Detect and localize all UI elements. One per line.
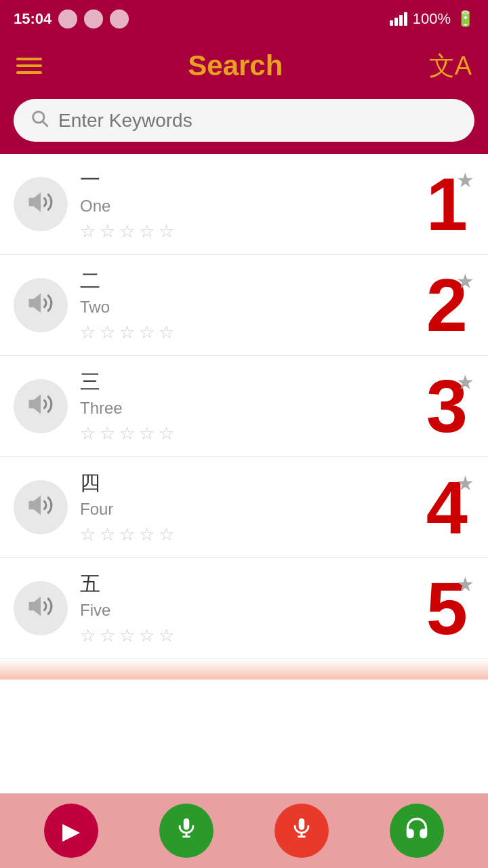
sound-button-4[interactable] (14, 480, 68, 534)
sound-button-1[interactable] (14, 177, 68, 231)
item-right-3: 3 ★ (426, 369, 468, 443)
list-item: 三 Three ☆☆☆☆☆ 3 ★ (0, 356, 488, 457)
sound-icon-1 (28, 189, 54, 220)
star-5[interactable]: ☆ (159, 221, 174, 242)
translate-button[interactable]: 文A (429, 49, 472, 83)
star-5[interactable]: ☆ (159, 322, 174, 343)
star-4[interactable]: ☆ (139, 423, 155, 444)
item-content-1: 一 One ☆☆☆☆☆ (80, 166, 414, 242)
mic1-button[interactable] (159, 804, 214, 858)
play-button[interactable]: ▶ (44, 804, 98, 858)
star-1[interactable]: ☆ (80, 221, 96, 242)
star-3[interactable]: ☆ (119, 625, 135, 646)
star-2[interactable]: ☆ (100, 423, 115, 444)
item-favorite-star-5[interactable]: ★ (456, 572, 474, 596)
search-input[interactable] (58, 110, 458, 132)
item-chinese-1: 一 (80, 166, 414, 194)
list-item: 四 Four ☆☆☆☆☆ 4 ★ (0, 457, 488, 558)
item-right-1: 1 ★ (426, 167, 468, 241)
search-box (14, 99, 474, 142)
item-english-2: Two (80, 298, 414, 317)
item-english-1: One (80, 197, 414, 216)
search-area (0, 99, 488, 154)
item-stars-5: ☆☆☆☆☆ (80, 625, 414, 646)
headphone-icon (405, 816, 429, 846)
status-left: 15:04 (14, 9, 129, 28)
item-chinese-3: 三 (80, 368, 414, 396)
star-4[interactable]: ☆ (139, 524, 155, 545)
svg-marker-6 (30, 598, 39, 613)
item-favorite-star-1[interactable]: ★ (456, 168, 474, 192)
item-stars-4: ☆☆☆☆☆ (80, 524, 414, 545)
sound-button-2[interactable] (14, 278, 68, 332)
item-content-4: 四 Four ☆☆☆☆☆ (80, 469, 414, 545)
star-5[interactable]: ☆ (159, 625, 174, 646)
menu-line-2 (16, 64, 42, 67)
item-english-5: Five (80, 601, 414, 620)
star-5[interactable]: ☆ (159, 524, 174, 545)
menu-line-3 (16, 71, 42, 74)
item-right-2: 2 ★ (426, 268, 468, 342)
sound-icon-4 (28, 492, 54, 523)
svg-marker-4 (30, 396, 39, 411)
star-1[interactable]: ☆ (80, 524, 96, 545)
bottom-nav: ▶ (0, 793, 488, 868)
status-right: 100% 🔋 (390, 10, 474, 28)
menu-button[interactable] (16, 58, 42, 74)
headphone-button[interactable] (390, 804, 444, 858)
star-5[interactable]: ☆ (159, 423, 174, 444)
sound-button-5[interactable] (14, 581, 68, 635)
item-stars-1: ☆☆☆☆☆ (80, 221, 414, 242)
play-icon: ▶ (62, 817, 80, 844)
item-right-4: 4 ★ (426, 470, 468, 545)
star-4[interactable]: ☆ (139, 221, 155, 242)
svg-rect-10 (299, 818, 305, 830)
battery-icon: 🔋 (456, 10, 474, 28)
star-2[interactable]: ☆ (100, 625, 115, 646)
header: Search 文A (0, 38, 488, 99)
sound-icon-3 (28, 391, 54, 422)
item-right-5: 5 ★ (426, 571, 468, 646)
item-stars-3: ☆☆☆☆☆ (80, 423, 414, 444)
sound-icon-2 (28, 290, 54, 321)
item-content-5: 五 Five ☆☆☆☆☆ (80, 570, 414, 646)
item-chinese-4: 四 (80, 469, 414, 497)
star-2[interactable]: ☆ (100, 221, 115, 242)
sound-button-3[interactable] (14, 379, 68, 433)
mic2-icon (290, 816, 313, 845)
list-container: 一 One ☆☆☆☆☆ 1 ★ 二 Two (0, 154, 488, 659)
item-content-3: 三 Three ☆☆☆☆☆ (80, 368, 414, 444)
star-1[interactable]: ☆ (80, 423, 96, 444)
status-icon-3 (110, 9, 129, 28)
status-icon-2 (84, 9, 103, 28)
item-favorite-star-3[interactable]: ★ (456, 370, 474, 394)
svg-marker-5 (30, 497, 39, 512)
status-bar: 15:04 100% 🔋 (0, 0, 488, 38)
star-1[interactable]: ☆ (80, 322, 96, 343)
item-favorite-star-4[interactable]: ★ (456, 471, 474, 495)
item-english-3: Three (80, 399, 414, 418)
star-3[interactable]: ☆ (119, 423, 135, 444)
mic1-icon (175, 816, 198, 845)
svg-line-1 (43, 121, 47, 125)
star-4[interactable]: ☆ (139, 322, 155, 343)
mic2-button[interactable] (274, 804, 329, 858)
star-4[interactable]: ☆ (139, 625, 155, 646)
star-1[interactable]: ☆ (80, 625, 96, 646)
page-title: Search (188, 50, 283, 82)
status-time: 15:04 (14, 10, 52, 28)
star-2[interactable]: ☆ (100, 322, 115, 343)
star-3[interactable]: ☆ (119, 221, 135, 242)
bottom-deco (0, 659, 488, 679)
battery-text: 100% (413, 10, 451, 28)
svg-rect-7 (184, 818, 190, 830)
star-3[interactable]: ☆ (119, 524, 135, 545)
menu-line-1 (16, 58, 42, 60)
svg-marker-2 (30, 194, 39, 209)
star-3[interactable]: ☆ (119, 322, 135, 343)
svg-marker-3 (30, 295, 39, 310)
item-favorite-star-2[interactable]: ★ (456, 269, 474, 293)
item-stars-2: ☆☆☆☆☆ (80, 322, 414, 343)
item-chinese-5: 五 (80, 570, 414, 598)
star-2[interactable]: ☆ (100, 524, 115, 545)
